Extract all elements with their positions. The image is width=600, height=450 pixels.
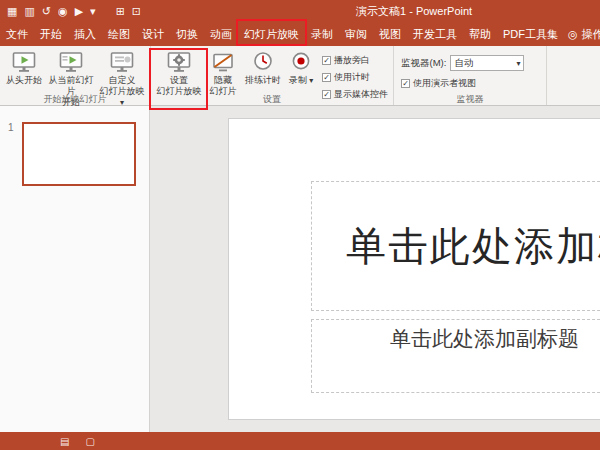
- record-label: 录制: [289, 75, 307, 85]
- customize-qat-caret-icon[interactable]: ▾: [90, 0, 96, 22]
- hide-slide-label-line1: 隐藏: [214, 75, 232, 86]
- tell-me-label: 操作: [582, 22, 600, 46]
- status-bar: ▤ ▢: [0, 432, 600, 450]
- ribbon-group-setup: 设置 幻灯片放映 隐藏 幻灯片 排练计时: [151, 46, 394, 105]
- ribbon-tab-bar: 文件 开始 插入 绘图 设计 切换 动画 幻灯片放映 录制 审阅 视图 开发工具…: [0, 22, 600, 46]
- title-placeholder-text: 单击此处添加标题: [346, 219, 600, 274]
- tab-insert[interactable]: 插入: [68, 22, 102, 46]
- monitor-play-icon: [58, 50, 84, 74]
- ribbon: 从头开始 从当前幻灯片 开始 自定义: [0, 46, 600, 106]
- tab-record[interactable]: 录制: [305, 22, 339, 46]
- monitor-play-icon: [11, 50, 37, 74]
- use-presenter-view-checkbox[interactable]: ✓ 使用演示者视图: [401, 77, 539, 90]
- editing-canvas: 单击此处添加标题 单击此处添加副标题: [150, 106, 600, 432]
- monitor-label: 监视器(M):: [401, 57, 446, 70]
- tab-review[interactable]: 审阅: [339, 22, 373, 46]
- rehearse-timings-button[interactable]: 排练计时: [242, 49, 284, 86]
- group-label-monitors: 监视器: [394, 93, 546, 105]
- use-timings-label: 使用计时: [334, 71, 370, 84]
- caret-down-icon: ▾: [516, 59, 520, 68]
- monitor-list-icon: [109, 50, 135, 74]
- title-placeholder[interactable]: 单击此处添加标题: [311, 181, 600, 311]
- lightbulb-icon: ◎: [568, 22, 578, 46]
- hidden-slide-icon: [211, 50, 235, 74]
- quick-access-toolbar: ▦ ▥ ↺ ◉ ▶ ▾ ⊞ ⊡: [0, 0, 141, 22]
- folder-icon[interactable]: ⊞: [116, 0, 125, 22]
- group-label-start-slideshow: 开始放映幻灯片: [0, 93, 150, 105]
- tab-file[interactable]: 文件: [0, 22, 34, 46]
- play-narrations-checkbox[interactable]: ✓ 播放旁白: [322, 54, 388, 67]
- slide-canvas[interactable]: 单击此处添加标题 单击此处添加副标题: [228, 118, 600, 420]
- tab-draw[interactable]: 绘图: [102, 22, 136, 46]
- subtitle-placeholder[interactable]: 单击此处添加副标题: [311, 319, 600, 393]
- record-button[interactable]: 录制 ▾: [284, 49, 318, 86]
- record-circle-icon: [289, 50, 313, 74]
- slide-number: 1: [8, 122, 14, 133]
- tab-design[interactable]: 设计: [136, 22, 170, 46]
- slide-thumbnail-panel: 1: [0, 106, 150, 432]
- comment-icon[interactable]: ▢: [85, 436, 94, 447]
- window-title: 演示文稿1 - PowerPoint: [356, 0, 472, 22]
- title-bar: ▦ ▥ ↺ ◉ ▶ ▾ ⊞ ⊡ 演示文稿1 - PowerPoint: [0, 0, 600, 22]
- tab-home[interactable]: 开始: [34, 22, 68, 46]
- tab-developer[interactable]: 开发工具: [407, 22, 463, 46]
- from-beginning-button[interactable]: 从头开始: [3, 49, 45, 86]
- use-presenter-view-label: 使用演示者视图: [413, 77, 476, 90]
- setup-slideshow-label-line1: 设置: [170, 75, 188, 86]
- play-from-start-icon[interactable]: ▶: [75, 0, 83, 22]
- ribbon-group-start-slideshow: 从头开始 从当前幻灯片 开始 自定义: [0, 46, 151, 105]
- custom-slideshow-label-line1: 自定义: [109, 75, 136, 86]
- tab-view[interactable]: 视图: [373, 22, 407, 46]
- ribbon-group-monitors: 监视器(M): 自动 ▾ ✓ 使用演示者视图 监视器: [394, 46, 547, 105]
- monitor-dropdown[interactable]: 自动 ▾: [450, 55, 524, 71]
- record-icon[interactable]: ◉: [58, 0, 68, 22]
- setup-slideshow-button[interactable]: 设置 幻灯片放映: [154, 49, 204, 97]
- hide-slide-button[interactable]: 隐藏 幻灯片: [204, 49, 242, 97]
- main-area: 1 单击此处添加标题 单击此处添加副标题: [0, 106, 600, 432]
- group-label-setup: 设置: [151, 93, 393, 105]
- monitor-column: 监视器(M): 自动 ▾ ✓ 使用演示者视图: [397, 49, 543, 90]
- slide-thumbnail[interactable]: [22, 122, 136, 186]
- tab-slideshow[interactable]: 幻灯片放映: [238, 22, 305, 46]
- tell-me-box[interactable]: ◎ 操作: [564, 22, 600, 46]
- from-beginning-label: 从头开始: [6, 75, 42, 86]
- monitor-dropdown-value: 自动: [454, 57, 473, 70]
- save-icon[interactable]: ▦: [7, 0, 17, 22]
- checkbox-box: ✓: [401, 79, 410, 88]
- use-timings-checkbox[interactable]: ✓ 使用计时: [322, 71, 388, 84]
- tab-pdf-tools[interactable]: PDF工具集: [497, 22, 564, 46]
- tab-transitions[interactable]: 切换: [170, 22, 204, 46]
- tab-slideshow-label: 幻灯片放映: [244, 28, 299, 40]
- clock-icon: [251, 50, 275, 74]
- checkbox-box: ✓: [322, 56, 331, 65]
- play-narrations-label: 播放旁白: [334, 54, 370, 67]
- checkbox-box: ✓: [322, 73, 331, 82]
- subtitle-placeholder-text: 单击此处添加副标题: [390, 325, 600, 353]
- monitor-gear-icon: [166, 50, 192, 74]
- rehearse-timings-label: 排练计时: [245, 75, 281, 86]
- undo-icon[interactable]: ↺: [42, 0, 51, 22]
- caret-down-icon: ▾: [309, 76, 313, 85]
- notes-icon[interactable]: ▤: [60, 436, 69, 447]
- chart-icon[interactable]: ▥: [24, 0, 34, 22]
- window-icon[interactable]: ⊡: [132, 0, 141, 22]
- tab-help[interactable]: 帮助: [463, 22, 497, 46]
- tab-animations[interactable]: 动画: [204, 22, 238, 46]
